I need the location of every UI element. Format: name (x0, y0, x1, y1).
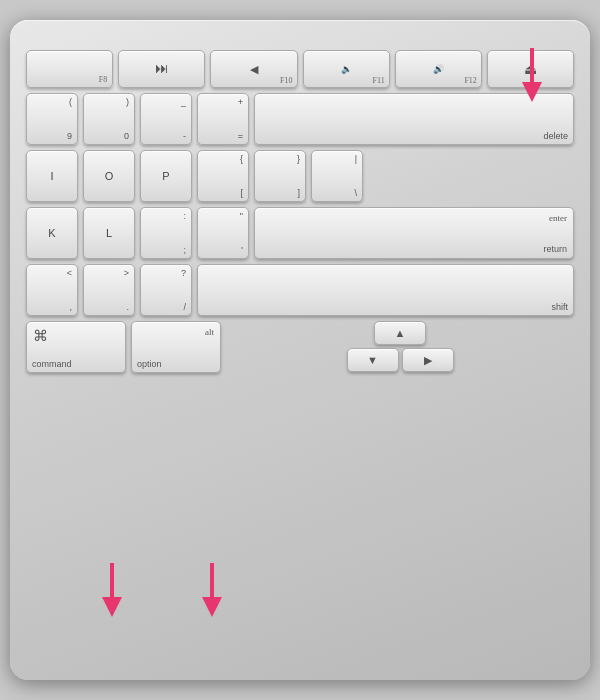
key-minus[interactable]: _ - (140, 93, 192, 145)
key-l[interactable]: L (83, 207, 135, 259)
key-comma[interactable]: < , (26, 264, 78, 316)
keyboard: F8 ⏭ ◀ F10 🔈 F11 🔊 F12 ⏏ ( (10, 20, 590, 680)
qwerty-row: I O P { [ } ] | \ (26, 150, 574, 202)
key-arrow-up[interactable]: ▲ (374, 321, 426, 345)
arrow-keys-group: ▲ ▼ ▶ (226, 321, 574, 373)
key-backslash[interactable]: | \ (311, 150, 363, 202)
key-arrow-right[interactable]: ▶ (402, 348, 454, 372)
key-equals[interactable]: + = (197, 93, 249, 145)
key-semicolon[interactable]: : ; (140, 207, 192, 259)
svg-marker-1 (522, 82, 542, 102)
key-p[interactable]: P (140, 150, 192, 202)
key-o[interactable]: O (83, 150, 135, 202)
svg-marker-3 (102, 597, 122, 617)
arrow-indicator-command (98, 563, 126, 622)
key-9[interactable]: ( 9 (26, 93, 78, 145)
key-f8[interactable]: F8 (26, 50, 113, 88)
bottom-row: ⌘ command alt option ▲ ▼ ▶ (26, 321, 574, 373)
key-f10[interactable]: ◀ F10 (210, 50, 297, 88)
fn-row: F8 ⏭ ◀ F10 🔈 F11 🔊 F12 ⏏ (26, 50, 574, 88)
key-i[interactable]: I (26, 150, 78, 202)
key-enter[interactable]: enter return (254, 207, 574, 259)
key-f12[interactable]: 🔊 F12 (395, 50, 482, 88)
key-option[interactable]: alt option (131, 321, 221, 373)
asdf-row: K L : ; " ' enter return (26, 207, 574, 259)
key-k[interactable]: K (26, 207, 78, 259)
key-period[interactable]: > . (83, 264, 135, 316)
arrow-up-row: ▲ (226, 321, 574, 345)
key-f9[interactable]: ⏭ (118, 50, 205, 88)
key-f11[interactable]: 🔈 F11 (303, 50, 390, 88)
svg-marker-5 (202, 597, 222, 617)
arrow-indicator-option (198, 563, 226, 622)
key-bracket-right[interactable]: } ] (254, 150, 306, 202)
key-quote[interactable]: " ' (197, 207, 249, 259)
key-bracket-left[interactable]: { [ (197, 150, 249, 202)
key-0[interactable]: ) 0 (83, 93, 135, 145)
arrow-indicator-eject (518, 48, 546, 107)
arrow-lr-row: ▼ ▶ (226, 348, 574, 372)
key-slash[interactable]: ? / (140, 264, 192, 316)
key-shift-right[interactable]: shift (197, 264, 574, 316)
key-command[interactable]: ⌘ command (26, 321, 126, 373)
zxcv-row: < , > . ? / shift (26, 264, 574, 316)
number-row: ( 9 ) 0 _ - + = delete (26, 93, 574, 145)
key-arrow-down[interactable]: ▼ (347, 348, 399, 372)
